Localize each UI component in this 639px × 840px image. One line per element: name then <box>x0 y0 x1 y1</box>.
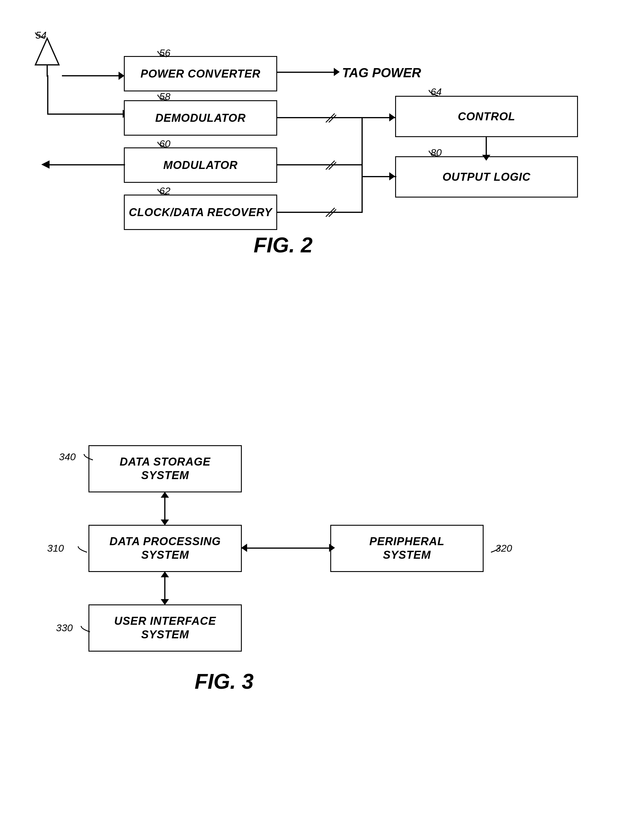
arrow-ant-demod-horiz <box>47 114 125 115</box>
svg-marker-2 <box>119 71 124 80</box>
arrowhead-ant-power <box>119 71 124 80</box>
antenna-symbol <box>32 35 62 77</box>
fig2-diagram: 54 POWER CONVERTER 56 TAG POWER DE <box>18 18 622 259</box>
arrowhead-tag-power <box>334 68 340 76</box>
fig3-label: FIG. 3 <box>195 669 254 694</box>
ref-56-bracket <box>156 49 168 59</box>
data-processing-block: DATA PROCESSING SYSTEM <box>89 525 242 572</box>
ref-340-bracket <box>83 453 94 461</box>
arrow-ant-power <box>62 75 121 76</box>
arrow-ant-demod-vert <box>47 75 48 114</box>
ref-310-bracket <box>77 545 89 554</box>
svg-marker-3 <box>334 68 340 76</box>
ref-310: 310 <box>47 543 64 554</box>
power-converter-block: POWER CONVERTER <box>124 56 277 91</box>
tick-marks-3 <box>324 206 336 218</box>
ref-80-bracket <box>428 149 439 158</box>
arrowhead-mod-ant <box>41 160 49 169</box>
arrowhead-ctrl-output <box>482 155 490 161</box>
svg-marker-16 <box>161 492 169 498</box>
arrowhead-up-1 <box>161 492 169 498</box>
arrowhead-bus-output <box>389 172 397 181</box>
arrowhead-down-1 <box>161 519 169 526</box>
tick-marks-1 <box>324 112 336 124</box>
svg-marker-20 <box>241 544 247 552</box>
svg-marker-18 <box>161 572 169 577</box>
page: 54 POWER CONVERTER 56 TAG POWER DE <box>0 0 639 840</box>
ref-330: 330 <box>56 622 73 634</box>
ref-60-bracket <box>156 140 168 149</box>
ref-58-bracket <box>156 93 168 102</box>
ref-64-bracket <box>428 89 439 97</box>
wire-mod-vert <box>277 164 363 165</box>
wire-clock-vert <box>277 212 363 213</box>
peripheral-block: PERIPHERAL SYSTEM <box>330 525 483 572</box>
fig3-diagram: DATA STORAGE SYSTEM 340 DATA PROCESSING … <box>18 427 622 796</box>
output-logic-block: OUTPUT LOGIC <box>395 156 578 197</box>
arrowhead-down-2 <box>161 599 169 605</box>
arrow-tag-power <box>277 71 336 73</box>
svg-marker-17 <box>161 599 169 605</box>
svg-marker-19 <box>329 544 335 552</box>
arrowhead-demod-ctrl <box>389 113 397 121</box>
ref-54-bracket <box>34 31 46 40</box>
wire-demod-ctrl <box>277 117 395 118</box>
arrow-mod-ant-horiz <box>47 164 125 165</box>
arrowhead-up-2 <box>161 572 169 577</box>
arrow-proc-periph <box>242 548 331 549</box>
clock-data-block: CLOCK/DATA RECOVERY <box>124 195 277 230</box>
arrowhead-left-periph <box>241 544 247 552</box>
svg-marker-6 <box>482 155 490 161</box>
tick-marks-2 <box>324 159 336 171</box>
modulator-block: MODULATOR <box>124 148 277 183</box>
svg-marker-15 <box>161 519 169 526</box>
tag-power-label: TAG POWER <box>342 65 421 80</box>
svg-marker-8 <box>389 172 395 181</box>
ref-320-bracket <box>490 545 501 554</box>
ref-62-bracket <box>156 187 168 196</box>
data-storage-block: DATA STORAGE SYSTEM <box>89 445 242 492</box>
control-block: CONTROL <box>395 96 578 137</box>
svg-marker-7 <box>389 113 395 121</box>
svg-marker-5 <box>41 160 49 169</box>
ref-340: 340 <box>59 451 76 463</box>
demodulator-block: DEMODULATOR <box>124 100 277 136</box>
ref-330-bracket <box>79 624 91 633</box>
fig2-label: FIG. 2 <box>254 233 313 257</box>
arrowhead-right-periph <box>329 544 335 552</box>
user-interface-block: USER INTERFACE SYSTEM <box>89 604 242 652</box>
svg-marker-0 <box>35 38 59 65</box>
arrow-ctrl-output <box>486 137 487 157</box>
